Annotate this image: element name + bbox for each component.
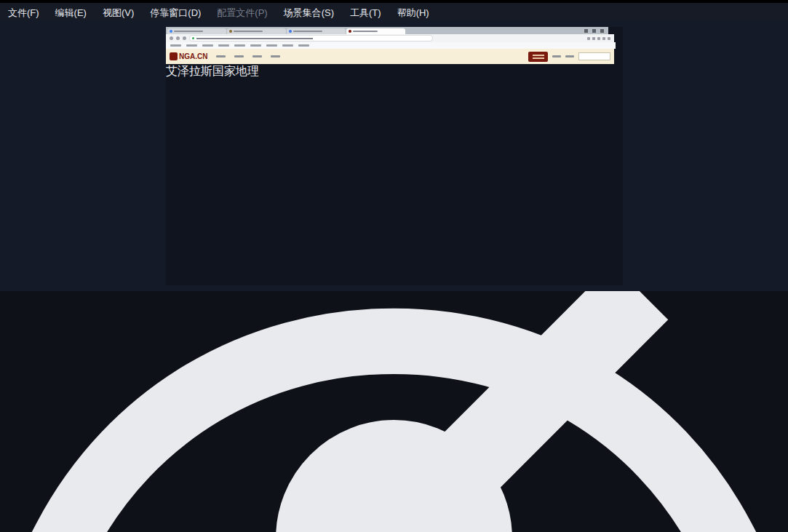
menu-profile: 配置文件(P)	[209, 4, 275, 22]
nga-logo-text: NGA.CN	[179, 52, 207, 60]
menu-file[interactable]: 文件(F)	[0, 4, 47, 22]
menu-docks[interactable]: 停靠窗口(D)	[142, 4, 209, 22]
menu-tools[interactable]: 工具(T)	[342, 4, 389, 22]
preview-screen-capture: NGA.CN 艾泽拉斯国家地理	[166, 27, 623, 285]
nga-banner-image: 艾泽拉斯国家地理	[166, 64, 607, 87]
menu-scene-collection[interactable]: 场景集合(S)	[276, 4, 342, 22]
nga-site-header: NGA.CN	[166, 49, 614, 64]
browser-bookmarks-bar	[166, 42, 616, 49]
preview-area[interactable]: NGA.CN 艾泽拉斯国家地理	[0, 20, 788, 291]
menu-view[interactable]: 视图(V)	[95, 4, 142, 22]
browser-address-bar	[166, 34, 614, 42]
menu-edit[interactable]: 编辑(E)	[47, 4, 95, 22]
obs-main-window: 文件(F) 编辑(E) 视图(V) 停靠窗口(D) 配置文件(P) 场景集合(S…	[0, 0, 788, 532]
nga-search-box	[578, 52, 610, 60]
banner-watermark-text: 艾泽拉斯国家地理	[166, 64, 607, 79]
nga-header-button	[528, 52, 548, 62]
browser-window-controls	[584, 29, 608, 34]
nga-logo-icon	[170, 52, 178, 60]
browser-tab-bar	[166, 27, 608, 34]
menu-help[interactable]: 帮助(H)	[389, 4, 437, 22]
